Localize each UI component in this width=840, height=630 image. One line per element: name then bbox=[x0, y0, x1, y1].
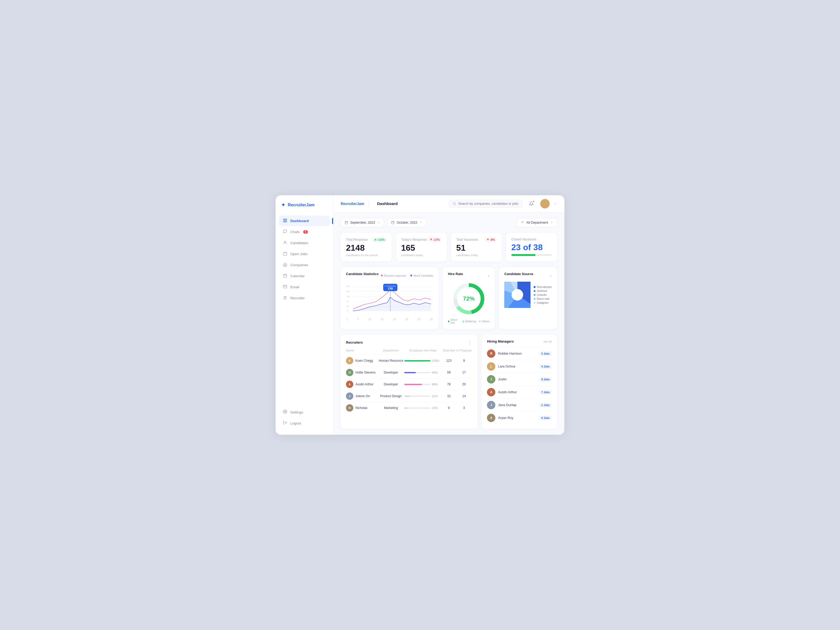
sidebar-item-open-jobs[interactable]: Open Jobs bbox=[279, 249, 330, 259]
chevron-date-to-icon bbox=[420, 221, 422, 224]
manager-avatar: J bbox=[487, 401, 495, 409]
legend-receive-label: Receive response bbox=[384, 274, 406, 277]
col-hire-rate: Employee Hire Rate bbox=[404, 349, 442, 355]
stat-total-response-label: Total Response bbox=[346, 238, 368, 242]
recruiter-name: Nicholas bbox=[355, 406, 368, 410]
sidebar-item-companies[interactable]: Companies bbox=[279, 260, 330, 270]
sidebar-item-email[interactable]: Email bbox=[279, 282, 330, 292]
svg-rect-22 bbox=[392, 221, 394, 224]
candidate-stats-card: Candidate Statistics Receive response Hi… bbox=[341, 267, 439, 329]
hire-rate-container: 72% Direct hire Referring bbox=[448, 282, 490, 324]
sidebar-item-chats[interactable]: Chats 5 bbox=[279, 227, 330, 237]
brand-name: RecruiterJam bbox=[341, 202, 364, 206]
recruiters-header-row: Name Department Employee Hire Rate Total… bbox=[346, 349, 472, 355]
stat-vacancies-sub: candidates today bbox=[456, 254, 497, 257]
pie-wrap: Recruiterjam Gethired Linkedin bbox=[504, 282, 552, 308]
hire-legend-referring: Referring bbox=[463, 318, 476, 324]
jobs-badge[interactable]: 2 Jobs bbox=[539, 403, 552, 407]
svg-point-11 bbox=[284, 296, 285, 297]
date-from-selector[interactable]: September, 2022 bbox=[341, 218, 384, 227]
recruiters-more-button[interactable]: ⋮ bbox=[467, 339, 472, 345]
manager-name: Justin bbox=[498, 377, 537, 381]
recruiters-tbody: K Koen Chegg Human Resource 100% 123 9 H… bbox=[346, 355, 472, 414]
pie-legend-2: Linkedin bbox=[534, 294, 552, 296]
page-title: Dashboard bbox=[377, 201, 398, 206]
list-item[interactable]: R Robbie Harrison 5 Jobs bbox=[487, 347, 552, 360]
stat-closed-header: Closed Vacancies bbox=[512, 238, 552, 241]
stat-todays-sub: candidates today bbox=[401, 254, 442, 257]
list-item[interactable]: A Aryan Roy 6 Jobs bbox=[487, 411, 552, 424]
jobs-badge[interactable]: 5 Jobs bbox=[539, 352, 552, 356]
hire-rate-more: ● bbox=[488, 274, 489, 278]
recruiter-avatar: H bbox=[346, 369, 353, 376]
avatar-icon bbox=[542, 201, 548, 207]
sidebar: ✦ RecruiterJam Dashboard Chats 5 bbox=[276, 195, 333, 435]
sidebar-item-candidates[interactable]: Candidates bbox=[279, 238, 330, 248]
jobs-badge[interactable]: 4 Jobs bbox=[539, 364, 552, 369]
see-all-button[interactable]: see all bbox=[543, 340, 552, 343]
companies-icon bbox=[283, 262, 288, 268]
jobs-badge[interactable]: 6 Jobs bbox=[539, 416, 552, 420]
chats-badge: 5 bbox=[303, 230, 308, 234]
recruiter-name: Hollie Stevens bbox=[355, 371, 376, 374]
sidebar-item-dashboard[interactable]: Dashboard bbox=[279, 216, 330, 226]
jobs-badge[interactable]: 7 Jobs bbox=[539, 390, 552, 395]
svg-rect-3 bbox=[285, 221, 287, 222]
department-selector[interactable]: All Department bbox=[517, 218, 557, 227]
list-item[interactable]: J Jana Dunlap 2 Jobs bbox=[487, 398, 552, 411]
recruiters-table-card: Recruiters ⋮ Name Department Employee Hi… bbox=[341, 335, 477, 429]
manager-avatar: R bbox=[487, 349, 495, 358]
list-item[interactable]: J Justin 9 Jobs bbox=[487, 373, 552, 385]
search-bar[interactable] bbox=[449, 200, 523, 208]
recruiter-total: 9 bbox=[442, 402, 456, 414]
svg-text:138: 138 bbox=[388, 287, 393, 290]
line-chart-svg: 160 130 100 70 40 10 bbox=[346, 282, 433, 316]
sidebar-item-logout[interactable]: Logout bbox=[279, 418, 330, 428]
hire-pct: 44% bbox=[432, 371, 439, 374]
pie-dot-4 bbox=[534, 302, 535, 304]
notification-button[interactable] bbox=[527, 199, 536, 208]
pie-label-4: Instagram bbox=[537, 302, 548, 304]
manager-name: Aryan Roy bbox=[498, 416, 537, 420]
col-in-progress: In Progress bbox=[456, 349, 472, 355]
stat-closed-value: 23 of 38 bbox=[512, 243, 552, 252]
hire-legend-others: Others bbox=[479, 318, 489, 324]
candidates-icon bbox=[283, 240, 288, 246]
recruiter-name-cell: N Nicholas bbox=[346, 402, 378, 414]
recruiter-progress: 20 bbox=[456, 379, 472, 390]
recruiter-name-cell: A Austin Arthur bbox=[346, 379, 378, 390]
recruiter-name: Austin Arthur bbox=[355, 382, 374, 386]
recruiter-avatar: A bbox=[346, 381, 353, 388]
list-item[interactable]: L Lara Ochoa 4 Jobs bbox=[487, 360, 552, 373]
pie-label-2: Linkedin bbox=[537, 294, 546, 296]
sidebar-item-label-companies: Companies bbox=[291, 263, 308, 267]
jobs-badge[interactable]: 9 Jobs bbox=[539, 377, 552, 382]
pie-dot-2 bbox=[534, 294, 535, 296]
list-item[interactable]: A Austin Arthur 7 Jobs bbox=[487, 385, 552, 398]
stat-vacancies-header: Total Vacancies -9% bbox=[456, 238, 497, 242]
stat-todays-label: Today's Response bbox=[401, 238, 427, 242]
manager-name: Lara Ochoa bbox=[498, 365, 537, 368]
notification-dot bbox=[533, 200, 535, 202]
col-department: Department bbox=[378, 349, 404, 355]
hire-bar-bg bbox=[404, 360, 431, 362]
pie-label-1: Gethired bbox=[537, 289, 547, 292]
topbar-logo-text: RecruiterJam bbox=[341, 202, 364, 206]
dashboard-body: September, 2022 October, 2022 All Depart… bbox=[333, 212, 564, 435]
manager-avatar: J bbox=[487, 375, 495, 384]
sidebar-item-recruiter[interactable]: Recruiter bbox=[279, 293, 330, 303]
sidebar-item-calendar[interactable]: Calendar bbox=[279, 271, 330, 281]
charts-row: Candidate Statistics Receive response Hi… bbox=[341, 267, 557, 329]
date-to-selector[interactable]: October, 2022 bbox=[387, 218, 426, 227]
email-icon bbox=[283, 284, 288, 290]
sidebar-item-label-candidates: Candidates bbox=[291, 241, 308, 245]
col-name: Name bbox=[346, 349, 378, 355]
user-avatar[interactable] bbox=[540, 199, 549, 208]
search-input[interactable] bbox=[458, 202, 518, 205]
sidebar-item-settings[interactable]: Settings bbox=[279, 407, 330, 417]
legend-receive-dot bbox=[381, 275, 383, 276]
table-row: K Koen Chegg Human Resource 100% 123 9 bbox=[346, 355, 472, 367]
hire-rate-legend: Direct hire Referring Others bbox=[448, 318, 490, 324]
chevron-dept-icon bbox=[550, 221, 553, 224]
hire-bar-fill bbox=[404, 396, 410, 397]
